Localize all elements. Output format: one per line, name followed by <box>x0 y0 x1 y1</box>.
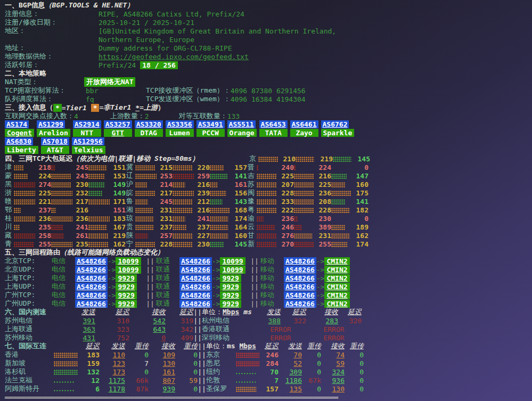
latency-row: 桂236236183琼231241174渝2362300 <box>0 214 532 223</box>
latency-bar <box>88 216 110 222</box>
latency-row: 鄂237216151湘231216168粤222228182 <box>0 206 532 214</box>
latency-cell: 230 <box>173 240 210 248</box>
as-number-badge: AS6461 <box>290 120 318 128</box>
as-number-badge: AS6762 <box>321 120 349 128</box>
latency-title-line: 四、三网TCP大包延迟（依次为电信|联通|移动 Step=80ms）京21021… <box>0 154 532 163</box>
route-target-text: CMIN2 <box>326 266 347 274</box>
latency-value: 151 <box>113 206 126 214</box>
speed-row: 上海联通363323643342||香港联通ERRORERROR <box>0 325 532 333</box>
column-separator: || <box>198 342 206 350</box>
latency-cell: 141 <box>331 198 369 206</box>
latency-bar <box>333 157 351 162</box>
route-asn-text: AS48266 <box>181 266 210 274</box>
as-number-text: AS1299 <box>38 120 63 128</box>
intl-retrans-value: 0 <box>125 368 149 376</box>
latency-cell: 228 <box>257 189 294 197</box>
latency-bar <box>14 242 34 247</box>
latency-cell: 245 <box>135 198 173 206</box>
latency-cell: 218 <box>14 163 51 171</box>
latency-value: 259 <box>198 172 210 180</box>
route-target-text: 10099 <box>118 266 138 274</box>
as-number-badge: AS3257 <box>104 120 132 128</box>
latency-cell: 160 <box>331 181 369 189</box>
active-neighbors-badge: 18 / 256 <box>140 61 178 69</box>
qdisc-row: 队列调度算法：fqTCP发送缓冲区（wmem）：4096 16384 41943… <box>0 95 532 103</box>
as-number-text: AS6762 <box>323 120 348 128</box>
tier1-star-icon: * <box>53 104 62 112</box>
latency-cell: 222 <box>257 206 294 214</box>
latency-cell: 149 <box>88 189 126 197</box>
intl-node-name: 圣保罗 <box>206 384 236 394</box>
field-label: 地区： <box>5 26 99 36</box>
latency-row: 浙225232149皖217239156闽228236175 <box>0 189 532 197</box>
as-number-badge: AS2914 <box>73 120 101 128</box>
route-target-badge: 9929 <box>220 291 241 299</box>
geofeed-url-link[interactable]: https://geofeed.ipxo.com/geofeed.txt <box>99 53 249 61</box>
col-header-send: 发送 <box>81 308 95 316</box>
column-separator: || <box>193 334 202 342</box>
latency-cell: 175 <box>331 189 369 197</box>
intl-row: 阿姆斯特丹6117887k9390||圣保罗15713501300 <box>0 384 532 393</box>
field-value: 4096 87380 6291456 <box>231 87 306 95</box>
latency-cell: 232 <box>51 189 88 197</box>
route-asn-text: AS48266 <box>77 266 106 274</box>
latency-cell: 236 <box>294 189 331 197</box>
route-target-badge: CMIN2 <box>324 291 349 299</box>
latency-cell: 245 <box>51 163 88 171</box>
field-value: 2025-10-21 / 2025-10-21 <box>99 19 194 27</box>
route-arrow-icon: -> <box>108 300 116 308</box>
intl-latency-bar <box>236 353 259 358</box>
latency-cell: 219 <box>296 155 333 163</box>
as-number-badge: AS5511 <box>227 120 256 128</box>
latency-cell: 171 <box>88 198 126 206</box>
as-name-badge: Sparkle <box>321 129 355 137</box>
latency-value: 141 <box>235 172 247 180</box>
latency-cell: 207 <box>257 181 294 189</box>
latency-cell: 174 <box>210 215 247 223</box>
as-name-badge: Arelion <box>37 129 70 137</box>
intl-throughput-value: 807 <box>149 377 175 384</box>
intl-latency-bar <box>54 361 78 366</box>
latency-value: 167 <box>113 223 126 231</box>
latency-row: 蒙224243153辽253259141吉225216147 <box>0 171 532 180</box>
route-arrow-icon: -> <box>316 283 325 291</box>
route-target-text: 10099 <box>118 257 138 265</box>
route-asn-text: AS48266 <box>77 300 106 308</box>
latency-cell: 230 <box>294 215 331 223</box>
route-asn-badge: AS48266 <box>75 300 108 308</box>
latency-bar <box>51 182 71 187</box>
latency-bar <box>14 174 28 179</box>
field-value: RIPE, AS48266 Catixs Ltd, Prefix/24 <box>99 10 244 18</box>
route-asn-text: AS48266 <box>181 291 210 299</box>
latency-bar <box>14 208 21 213</box>
latency-value: 276 <box>282 232 294 240</box>
latency-bar <box>331 174 347 179</box>
speed-send-value: 363 <box>71 325 95 333</box>
unit-label: 单位： <box>206 342 227 350</box>
latency-row: 津218245151冀215220157晋2402240 <box>0 163 532 171</box>
intl-retrans-value: 59 <box>175 377 198 384</box>
latency-cell: 225 <box>294 181 331 189</box>
latency-bar <box>331 208 350 213</box>
routes-title-line: 五、三网回程路由（线路可能随网络负载动态变化） <box>0 248 532 257</box>
col-header-recv: 接收 <box>161 342 175 350</box>
latency-value: 241 <box>198 215 210 223</box>
latency-value: 149 <box>113 189 126 197</box>
field-value: 4096 16384 4194304 <box>231 95 306 103</box>
route-target-badge: CMIN2 <box>324 274 349 282</box>
latency-bar <box>257 165 259 170</box>
latency-cell: 151 <box>88 206 126 214</box>
intl-speed-table: 香港18311001090||东京246700740新加坡15912371300… <box>0 350 532 393</box>
as-name-badge: TATA <box>259 129 288 137</box>
speed-error-value: ERROR <box>255 334 306 342</box>
route-arrow-icon: -> <box>108 274 116 282</box>
route-target-badge: 9929 <box>220 300 241 308</box>
intl-throughput-value: 1178 <box>100 385 125 393</box>
speed-error-value: ERROR <box>306 325 362 333</box>
latency-cell: 228 <box>135 240 173 248</box>
as-number-text: AS6453 <box>261 120 286 128</box>
latency-cell: 227 <box>173 232 210 240</box>
speed-row: 苏州电信391310542319||杭州电信388322283320 <box>0 316 532 325</box>
intl-latency-value: 12 <box>91 377 100 384</box>
latency-cell: 270 <box>257 240 294 248</box>
